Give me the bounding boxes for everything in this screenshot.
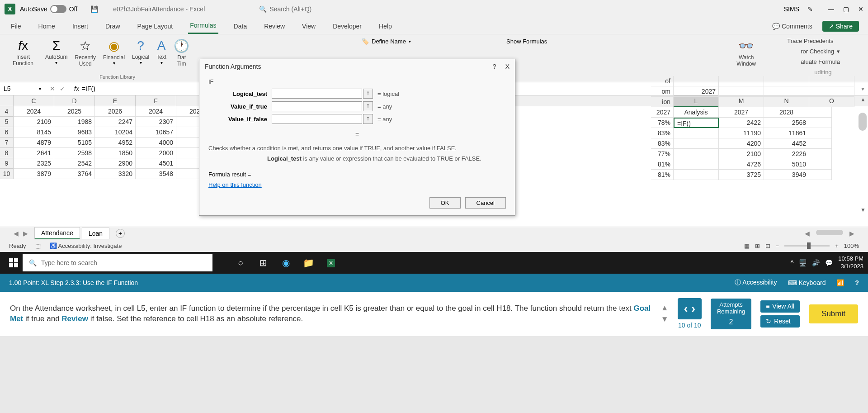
scroll-up-icon[interactable]: ▲ [860, 96, 866, 103]
cell[interactable] [719, 76, 764, 86]
expand-formula-icon[interactable]: ▾ [861, 85, 864, 92]
arg-input[interactable] [272, 114, 362, 124]
toggle-switch[interactable] [50, 5, 66, 13]
zoom-level[interactable]: 100% [844, 242, 859, 249]
cell[interactable]: ion [651, 97, 674, 107]
tab-review[interactable]: Review [262, 19, 287, 33]
tab-page-layout[interactable]: Page Layout [136, 19, 175, 33]
task-view-icon[interactable]: ⊞ [253, 253, 273, 273]
cell[interactable]: of [651, 76, 674, 86]
cell[interactable]: 9683 [54, 127, 95, 138]
cell[interactable] [809, 97, 854, 107]
cell[interactable] [809, 149, 832, 159]
cell[interactable]: 2028 [764, 107, 809, 118]
tray-chevron-icon[interactable]: ^ [791, 259, 794, 266]
submit-button[interactable]: Submit [809, 304, 858, 324]
cell[interactable]: 4501 [136, 158, 176, 169]
cell[interactable] [674, 76, 719, 86]
trace-precedents-button[interactable]: Trace Precedents [787, 38, 833, 44]
cell[interactable]: 2325 [14, 158, 54, 169]
maximize-icon[interactable]: ▢ [843, 5, 849, 13]
arg-input[interactable] [272, 101, 362, 111]
search-container[interactable]: 🔍 Search (Alt+Q) [259, 5, 311, 13]
cell[interactable]: 2109 [14, 117, 54, 127]
cell[interactable] [719, 97, 764, 107]
cell[interactable]: 2247 [95, 117, 136, 127]
row-header[interactable]: 7 [0, 138, 14, 148]
logical-button[interactable]: ? Logical ▾ [128, 37, 153, 69]
autosum-button[interactable]: Σ AutoSum ▾ [42, 37, 71, 69]
collapse-dialog-icon[interactable]: ↑ [363, 89, 373, 99]
cell[interactable] [674, 149, 719, 159]
cell[interactable]: 4726 [719, 159, 764, 170]
row-header[interactable]: 5 [0, 117, 14, 127]
tab-insert[interactable]: Insert [71, 19, 90, 33]
zoom-out-icon[interactable]: − [776, 242, 779, 249]
cell[interactable] [764, 76, 809, 86]
save-icon[interactable]: 💾 [89, 4, 99, 14]
cell[interactable]: 11861 [764, 128, 809, 138]
date-time-button[interactable]: 🕐 Dat Tim [170, 37, 193, 69]
sims-help-icon[interactable]: ? [855, 279, 859, 286]
cell[interactable] [809, 170, 832, 180]
cell[interactable] [809, 138, 832, 149]
scroll-down-icon[interactable]: ▼ [661, 314, 669, 325]
row-header[interactable]: 6 [0, 127, 14, 138]
cortana-icon[interactable]: ○ [231, 253, 250, 273]
tab-file[interactable]: File [9, 19, 23, 33]
user-edit-icon[interactable]: ✎ [807, 5, 813, 13]
cell[interactable]: 2307 [136, 117, 176, 127]
action-center-icon[interactable]: 💬 [825, 259, 833, 266]
cell[interactable] [674, 170, 719, 180]
sheet-tab-attendance[interactable]: Attendance [34, 227, 80, 239]
sheet-tab-loan[interactable]: Loan [82, 228, 109, 239]
macro-record-icon[interactable]: ⬚ [35, 242, 41, 249]
cell[interactable]: om [651, 86, 674, 97]
hscroll-right-icon[interactable]: ▶ [849, 230, 854, 237]
cancel-button[interactable]: Cancel [465, 197, 506, 209]
add-sheet-button[interactable]: + [116, 229, 125, 238]
cell[interactable]: 1850 [95, 148, 136, 158]
cell[interactable]: 4452 [764, 138, 809, 149]
col-header-c[interactable]: C [14, 95, 54, 106]
cell[interactable] [674, 159, 719, 170]
cell[interactable]: 2026 [95, 106, 136, 117]
scroll-up-icon[interactable]: ▲ [661, 303, 669, 313]
arg-input[interactable] [272, 89, 362, 99]
tab-data[interactable]: Data [232, 19, 249, 33]
cell[interactable]: 2024 [136, 106, 176, 117]
cancel-formula-icon[interactable]: ✕ [50, 85, 55, 92]
sims-accessibility-button[interactable]: ⓘ Accessibility [735, 279, 777, 287]
cell[interactable]: 2024 [14, 106, 54, 117]
comments-button[interactable]: 💬 Comments [768, 21, 817, 32]
cell[interactable] [809, 128, 832, 138]
error-checking-button[interactable]: ror Checking [801, 48, 834, 55]
cell[interactable] [674, 138, 719, 149]
tab-developer[interactable]: Developer [331, 19, 363, 33]
cell[interactable] [809, 76, 854, 86]
enter-formula-icon[interactable]: ✓ [60, 85, 65, 92]
show-formulas-button[interactable]: Show Formulas [506, 38, 547, 45]
cell[interactable]: 2027 [651, 107, 674, 118]
evaluate-formula-button[interactable]: aluate Formula [801, 58, 840, 65]
cell[interactable]: 4952 [95, 138, 136, 148]
cell[interactable]: 77% [651, 149, 674, 159]
cell[interactable]: 3949 [764, 170, 809, 180]
cell[interactable]: 2100 [719, 149, 764, 159]
cell[interactable]: 81% [651, 159, 674, 170]
tab-view[interactable]: View [300, 19, 317, 33]
name-box[interactable]: L5 ▾ [0, 83, 45, 94]
recently-used-button[interactable]: ☆ Recently Used [71, 37, 99, 69]
financial-button[interactable]: ◉ Financial ▾ [99, 37, 128, 69]
cell[interactable]: 2422 [719, 118, 764, 128]
cell[interactable]: 3879 [14, 169, 54, 179]
dialog-help-button[interactable]: ? [493, 63, 496, 70]
cell[interactable] [764, 86, 809, 97]
insert-function-button[interactable]: fx Insert Function [9, 37, 37, 80]
dialog-close-button[interactable]: X [505, 63, 509, 70]
zoom-in-icon[interactable]: + [835, 242, 839, 249]
zoom-slider[interactable] [784, 245, 830, 247]
cell[interactable]: 1988 [54, 117, 95, 127]
cell[interactable]: 83% [651, 128, 674, 138]
cell[interactable]: 3764 [54, 169, 95, 179]
